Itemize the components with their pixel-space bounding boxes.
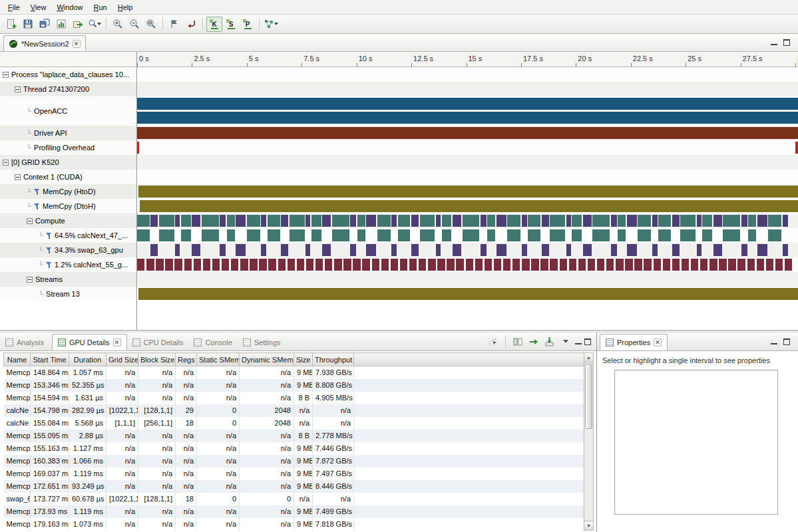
timeline-bar-segment[interactable]	[353, 259, 360, 271]
maximize-icon[interactable]	[783, 39, 790, 46]
timeline-bar-segment[interactable]	[391, 259, 398, 271]
timeline-bar-segment[interactable]	[723, 229, 740, 241]
timeline-bar-segment[interactable]	[757, 244, 767, 256]
gpu-details-row[interactable]: swap_6173.727 ms60.678 µs[1022,1,1][128,…	[4, 493, 584, 505]
timeline-bar-segment[interactable]	[507, 229, 520, 241]
timeline-bar-segment[interactable]	[247, 229, 260, 241]
timeline-bar-segment[interactable]	[334, 259, 341, 271]
gpu-details-row[interactable]: Memcp154.594 ms1.631 µsn/an/an/an/an/a8 …	[4, 392, 584, 404]
close-icon[interactable]: ✕	[73, 40, 81, 48]
timeline-bar-segment[interactable]	[466, 259, 473, 271]
timeline-bar-segment[interactable]	[268, 229, 280, 241]
timeline-bar-segment[interactable]	[512, 259, 520, 271]
column-header-grid-size[interactable]: Grid Size	[106, 353, 138, 366]
timeline-bar-segment[interactable]	[702, 229, 712, 241]
timeline-bar-segment[interactable]	[569, 259, 576, 271]
timeline-ruler[interactable]: 0 s2.5 s5 s7.5 s10 s12.5 s15 s17.5 s20 s…	[137, 52, 798, 67]
tab-cpu-details[interactable]: CPU Details	[127, 334, 189, 350]
column-header-dynamic-smem[interactable]: Dynamic SMem	[240, 353, 294, 366]
timeline-bar-segment[interactable]	[290, 229, 305, 241]
timeline-bar-segment[interactable]	[268, 215, 280, 227]
timeline-bar-segment[interactable]	[278, 259, 286, 271]
timeline-bar-segment[interactable]	[700, 259, 707, 271]
timeline-bar-segment[interactable]	[442, 229, 452, 241]
timeline-bar-segment[interactable]	[202, 229, 219, 241]
timeline-bar-segment[interactable]	[583, 244, 592, 256]
close-icon[interactable]: ✕	[654, 338, 662, 346]
timeline-bar-segment[interactable]	[350, 215, 356, 227]
timeline-bar-segment[interactable]	[236, 244, 246, 256]
timeline-bar-segment[interactable]	[137, 112, 798, 124]
timeline-bar-segment[interactable]	[391, 215, 397, 227]
tree-row-openacc[interactable]: └OpenACC	[0, 96, 136, 126]
timeline-bar-segment[interactable]	[261, 215, 266, 227]
timeline-bar-segment[interactable]	[357, 215, 365, 227]
timeline-bar-segment[interactable]	[137, 259, 144, 271]
minimize-icon[interactable]	[575, 338, 582, 345]
timeline-bar-segment[interactable]	[220, 215, 226, 227]
gpu-details-row[interactable]: Memcp155.163 ms1.127 msn/an/an/an/an/a9 …	[4, 442, 584, 455]
save-button[interactable]	[20, 17, 36, 32]
timeline-bar-segment[interactable]	[311, 229, 321, 241]
menu-item-run[interactable]: Run	[89, 2, 112, 13]
timeline-bar-segment[interactable]	[658, 229, 671, 241]
timeline-bar-segment[interactable]	[497, 215, 506, 227]
timeline-bar-segment[interactable]	[420, 215, 435, 227]
scroll-down-icon[interactable]: ▼	[584, 521, 593, 530]
maximize-icon[interactable]	[584, 338, 591, 345]
timeline-bar-segment[interactable]	[627, 215, 637, 227]
kernel-mode-p-button[interactable]: P	[240, 17, 256, 32]
collapse-toggle-icon[interactable]	[3, 72, 9, 78]
timeline-bar-segment[interactable]	[566, 244, 571, 256]
timeline-bar-segment[interactable]	[768, 229, 781, 241]
close-icon[interactable]: ✕	[113, 338, 121, 346]
timeline-bar-segment[interactable]	[436, 244, 441, 256]
tab-analysis[interactable]: Analysis	[0, 334, 49, 350]
timeline-bar-segment[interactable]	[550, 229, 565, 241]
gpu-details-row[interactable]: Memcp169.037 ms1.119 msn/an/an/an/an/a9 …	[4, 467, 584, 480]
timeline-bar-segment[interactable]	[212, 259, 220, 271]
gpu-details-row[interactable]: Memcp160.383 ms1.066 msn/an/an/an/an/a9 …	[4, 455, 584, 467]
timeline-bar-segment[interactable]	[697, 244, 701, 256]
menu-item-view[interactable]: View	[25, 2, 52, 13]
tree-row-streams[interactable]: Streams	[0, 272, 136, 287]
gpu-details-row[interactable]: Memcp153.346 ms52.355 µsn/an/an/an/an/a9…	[4, 379, 584, 392]
timeline-bar-segment[interactable]	[713, 244, 722, 256]
timeline-bar-segment[interactable]	[281, 215, 288, 227]
timeline-bar-segment[interactable]	[366, 244, 376, 256]
timeline-bar-segment[interactable]	[290, 215, 305, 227]
kernel-mode-k-button[interactable]: K	[206, 17, 222, 32]
timeline-bar-segment[interactable]	[680, 229, 696, 241]
timeline-bar-segment[interactable]	[442, 215, 452, 227]
timeline-bar-segment[interactable]	[618, 215, 626, 227]
filter-funnel-icon[interactable]	[46, 232, 52, 239]
timeline-bar-segment[interactable]	[795, 142, 798, 154]
timeline-bar-segment[interactable]	[428, 259, 435, 271]
goto-marker-button[interactable]	[166, 17, 182, 32]
tree-row-context-1-cuda[interactable]: Context 1 (CUDA)	[0, 170, 136, 184]
timeline-bar-segment[interactable]	[236, 215, 246, 227]
show-chart-button[interactable]	[53, 17, 69, 32]
timeline-bar-segment[interactable]	[137, 215, 150, 227]
timeline-bar-segment[interactable]	[634, 259, 642, 271]
timeline-bar-segment[interactable]	[362, 259, 369, 271]
timeline-bar-segment[interactable]	[420, 229, 435, 241]
timeline-bar-segment[interactable]	[757, 215, 767, 227]
maximize-icon[interactable]	[783, 338, 790, 345]
menu-item-window[interactable]: Window	[51, 2, 88, 13]
filter-funnel-icon[interactable]	[34, 203, 40, 209]
timeline-bar-segment[interactable]	[175, 215, 180, 227]
tree-row-64-5-calcnext-47[interactable]: └64.5% calcNext_47_...	[0, 228, 136, 243]
timeline-bar-segment[interactable]	[766, 259, 773, 271]
timeline-bar-segment[interactable]	[540, 259, 548, 271]
timeline-bar-segment[interactable]	[522, 215, 527, 227]
timeline-bar-segment[interactable]	[140, 200, 798, 212]
timeline-bar-segment[interactable]	[137, 98, 798, 110]
timeline-bar-segment[interactable]	[672, 244, 680, 256]
tab-properties[interactable]: Properties ✕	[600, 334, 668, 350]
timeline-bar-segment[interactable]	[240, 259, 248, 271]
timeline-bar-segment[interactable]	[411, 244, 419, 256]
tab-settings[interactable]: Settings	[238, 334, 286, 350]
zoom-out-button[interactable]	[126, 17, 142, 32]
show-summary-button[interactable]	[527, 335, 540, 348]
